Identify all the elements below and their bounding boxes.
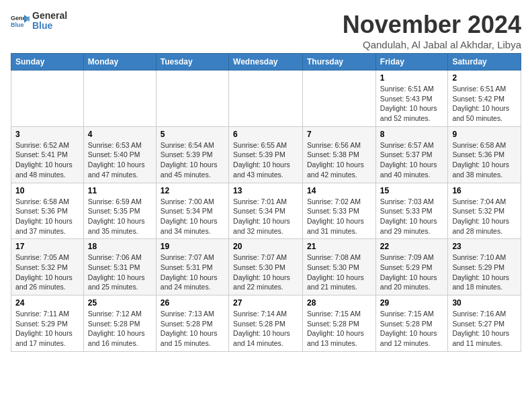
day-number: 15 <box>380 186 444 195</box>
day-info: Sunrise: 7:11 AM Sunset: 5:29 PM Dayligh… <box>15 309 79 349</box>
calendar-cell: 19Sunrise: 7:07 AM Sunset: 5:31 PM Dayli… <box>156 239 228 295</box>
calendar-cell: 24Sunrise: 7:11 AM Sunset: 5:29 PM Dayli… <box>11 295 84 352</box>
calendar-cell <box>303 71 376 127</box>
svg-text:Blue: Blue <box>11 21 24 28</box>
week-row-4: 17Sunrise: 7:05 AM Sunset: 5:32 PM Dayli… <box>11 239 521 295</box>
calendar-cell: 8Sunrise: 6:57 AM Sunset: 5:37 PM Daylig… <box>375 126 448 183</box>
day-number: 4 <box>88 130 152 139</box>
calendar-cell: 28Sunrise: 7:15 AM Sunset: 5:28 PM Dayli… <box>303 295 376 352</box>
column-header-saturday: Saturday <box>448 54 521 71</box>
calendar-header-row: SundayMondayTuesdayWednesdayThursdayFrid… <box>11 54 521 71</box>
day-info: Sunrise: 6:59 AM Sunset: 5:35 PM Dayligh… <box>88 197 152 236</box>
day-number: 11 <box>88 186 152 195</box>
day-number: 20 <box>233 242 298 251</box>
day-info: Sunrise: 7:05 AM Sunset: 5:32 PM Dayligh… <box>15 253 79 292</box>
day-info: Sunrise: 7:00 AM Sunset: 5:34 PM Dayligh… <box>161 197 224 236</box>
logo: General Blue General Blue <box>11 11 67 32</box>
calendar-cell: 13Sunrise: 7:01 AM Sunset: 5:34 PM Dayli… <box>229 183 303 239</box>
day-info: Sunrise: 7:01 AM Sunset: 5:34 PM Dayligh… <box>233 197 298 236</box>
day-info: Sunrise: 6:58 AM Sunset: 5:36 PM Dayligh… <box>452 140 517 180</box>
day-number: 17 <box>15 242 79 251</box>
day-number: 1 <box>380 73 444 83</box>
day-info: Sunrise: 6:58 AM Sunset: 5:36 PM Dayligh… <box>15 197 79 236</box>
column-header-friday: Friday <box>375 54 448 71</box>
day-number: 21 <box>307 242 371 251</box>
page-header: General Blue General Blue November 2024 … <box>11 11 521 50</box>
column-header-sunday: Sunday <box>11 54 84 71</box>
calendar-cell: 11Sunrise: 6:59 AM Sunset: 5:35 PM Dayli… <box>83 183 156 239</box>
calendar-cell: 10Sunrise: 6:58 AM Sunset: 5:36 PM Dayli… <box>11 183 84 239</box>
calendar-cell: 7Sunrise: 6:56 AM Sunset: 5:38 PM Daylig… <box>303 126 376 183</box>
day-info: Sunrise: 7:10 AM Sunset: 5:29 PM Dayligh… <box>452 253 517 292</box>
day-info: Sunrise: 7:13 AM Sunset: 5:28 PM Dayligh… <box>161 309 224 349</box>
day-info: Sunrise: 6:51 AM Sunset: 5:42 PM Dayligh… <box>452 84 517 124</box>
calendar-cell: 20Sunrise: 7:07 AM Sunset: 5:30 PM Dayli… <box>229 239 303 295</box>
day-number: 23 <box>452 242 517 251</box>
day-number: 27 <box>233 298 298 308</box>
day-info: Sunrise: 7:06 AM Sunset: 5:31 PM Dayligh… <box>88 253 152 292</box>
day-number: 28 <box>307 298 371 308</box>
calendar-cell <box>229 71 303 127</box>
day-info: Sunrise: 6:55 AM Sunset: 5:39 PM Dayligh… <box>233 140 298 180</box>
day-number: 14 <box>307 186 371 195</box>
day-info: Sunrise: 7:04 AM Sunset: 5:32 PM Dayligh… <box>452 197 517 236</box>
calendar-cell: 5Sunrise: 6:54 AM Sunset: 5:39 PM Daylig… <box>156 126 228 183</box>
day-number: 13 <box>233 186 298 195</box>
day-number: 12 <box>161 186 224 195</box>
calendar-cell: 29Sunrise: 7:15 AM Sunset: 5:28 PM Dayli… <box>375 295 448 352</box>
week-row-5: 24Sunrise: 7:11 AM Sunset: 5:29 PM Dayli… <box>11 295 521 352</box>
month-year-title: November 2024 <box>343 11 521 39</box>
calendar-cell: 14Sunrise: 7:02 AM Sunset: 5:33 PM Dayli… <box>303 183 376 239</box>
day-number: 29 <box>380 298 444 308</box>
calendar-cell: 26Sunrise: 7:13 AM Sunset: 5:28 PM Dayli… <box>156 295 228 352</box>
title-area: November 2024 Qandulah, Al Jabal al Akhd… <box>343 11 521 50</box>
calendar-table: SundayMondayTuesdayWednesdayThursdayFrid… <box>11 53 521 352</box>
day-info: Sunrise: 6:57 AM Sunset: 5:37 PM Dayligh… <box>380 140 444 180</box>
location-subtitle: Qandulah, Al Jabal al Akhdar, Libya <box>343 39 521 50</box>
day-info: Sunrise: 7:12 AM Sunset: 5:28 PM Dayligh… <box>88 309 152 349</box>
calendar-cell <box>83 71 156 127</box>
calendar-cell: 27Sunrise: 7:14 AM Sunset: 5:28 PM Dayli… <box>229 295 303 352</box>
calendar-cell: 1Sunrise: 6:51 AM Sunset: 5:43 PM Daylig… <box>375 71 448 127</box>
day-info: Sunrise: 6:54 AM Sunset: 5:39 PM Dayligh… <box>161 140 224 180</box>
calendar-cell: 30Sunrise: 7:16 AM Sunset: 5:27 PM Dayli… <box>448 295 521 352</box>
calendar-cell: 18Sunrise: 7:06 AM Sunset: 5:31 PM Dayli… <box>83 239 156 295</box>
calendar-cell: 4Sunrise: 6:53 AM Sunset: 5:40 PM Daylig… <box>83 126 156 183</box>
day-info: Sunrise: 7:15 AM Sunset: 5:28 PM Dayligh… <box>307 309 371 349</box>
logo-general-text: General <box>32 11 67 21</box>
day-info: Sunrise: 7:07 AM Sunset: 5:30 PM Dayligh… <box>233 253 298 292</box>
day-number: 25 <box>88 298 152 308</box>
week-row-3: 10Sunrise: 6:58 AM Sunset: 5:36 PM Dayli… <box>11 183 521 239</box>
day-info: Sunrise: 7:08 AM Sunset: 5:30 PM Dayligh… <box>307 253 371 292</box>
day-number: 30 <box>452 298 517 308</box>
week-row-1: 1Sunrise: 6:51 AM Sunset: 5:43 PM Daylig… <box>11 71 521 127</box>
day-number: 22 <box>380 242 444 251</box>
calendar-cell: 17Sunrise: 7:05 AM Sunset: 5:32 PM Dayli… <box>11 239 84 295</box>
day-info: Sunrise: 6:52 AM Sunset: 5:41 PM Dayligh… <box>15 140 79 180</box>
calendar-cell: 16Sunrise: 7:04 AM Sunset: 5:32 PM Dayli… <box>448 183 521 239</box>
day-info: Sunrise: 7:07 AM Sunset: 5:31 PM Dayligh… <box>161 253 224 292</box>
day-info: Sunrise: 6:53 AM Sunset: 5:40 PM Dayligh… <box>88 140 152 180</box>
day-number: 19 <box>161 242 224 251</box>
day-number: 18 <box>88 242 152 251</box>
day-info: Sunrise: 7:02 AM Sunset: 5:33 PM Dayligh… <box>307 197 371 236</box>
day-number: 6 <box>233 130 298 139</box>
day-info: Sunrise: 7:14 AM Sunset: 5:28 PM Dayligh… <box>233 309 298 349</box>
column-header-monday: Monday <box>83 54 156 71</box>
day-info: Sunrise: 6:56 AM Sunset: 5:38 PM Dayligh… <box>307 140 371 180</box>
day-info: Sunrise: 7:09 AM Sunset: 5:29 PM Dayligh… <box>380 253 444 292</box>
day-info: Sunrise: 6:51 AM Sunset: 5:43 PM Dayligh… <box>380 84 444 124</box>
day-number: 3 <box>15 130 79 139</box>
day-number: 2 <box>452 73 517 83</box>
day-number: 24 <box>15 298 79 308</box>
calendar-cell: 21Sunrise: 7:08 AM Sunset: 5:30 PM Dayli… <box>303 239 376 295</box>
logo-icon: General Blue <box>11 13 30 28</box>
week-row-2: 3Sunrise: 6:52 AM Sunset: 5:41 PM Daylig… <box>11 126 521 183</box>
day-number: 7 <box>307 130 371 139</box>
calendar-cell: 3Sunrise: 6:52 AM Sunset: 5:41 PM Daylig… <box>11 126 84 183</box>
day-info: Sunrise: 7:15 AM Sunset: 5:28 PM Dayligh… <box>380 309 444 349</box>
day-number: 10 <box>15 186 79 195</box>
day-number: 26 <box>161 298 224 308</box>
calendar-cell: 12Sunrise: 7:00 AM Sunset: 5:34 PM Dayli… <box>156 183 228 239</box>
day-info: Sunrise: 7:03 AM Sunset: 5:33 PM Dayligh… <box>380 197 444 236</box>
